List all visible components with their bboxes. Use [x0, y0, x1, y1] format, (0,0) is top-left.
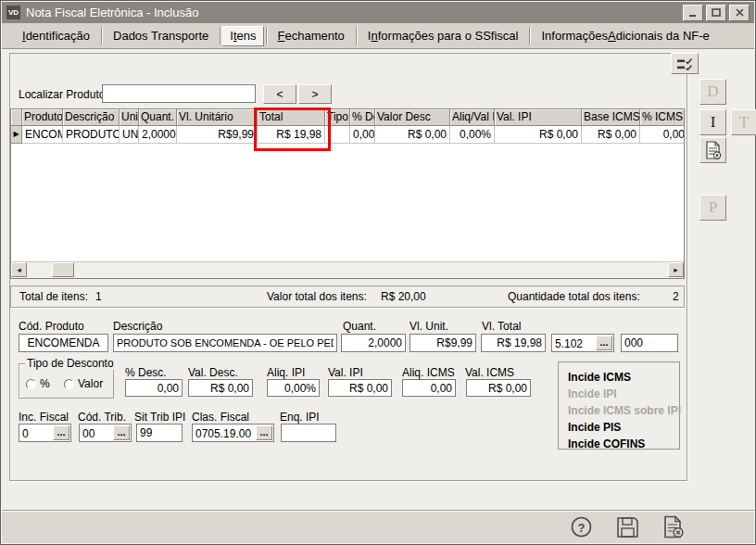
totals-bar: Total de itens: 1 Valor total dos itens:… [10, 285, 685, 308]
grid-header-unid[interactable]: Unid [120, 109, 139, 126]
grid-cell-val-ipi[interactable]: R$ 0,00 [495, 126, 582, 144]
val-ipi-input[interactable] [328, 379, 392, 397]
grid-header-val-ipi[interactable]: Val. IPI [495, 109, 582, 126]
descricao-input[interactable] [113, 334, 337, 352]
help-circle-icon: ? [571, 516, 592, 538]
mark-items-button[interactable] [671, 53, 699, 74]
desconto-valor-radio[interactable]: Valor [64, 377, 103, 390]
grid-cell-valor-desc[interactable]: R$ 0,00 [375, 126, 450, 144]
side-button-i[interactable]: I [699, 109, 726, 135]
grid-header-tipo[interactable]: Tipo [325, 109, 350, 126]
cod-trib-browse-button[interactable]: ... [113, 425, 130, 440]
cod-produto-input[interactable] [19, 334, 108, 352]
save-button[interactable] [615, 515, 639, 539]
grid-cell-base-icms[interactable]: R$ 0,00 [582, 126, 640, 144]
bottom-bar: ? [2, 510, 754, 543]
val-icms-input[interactable] [466, 379, 531, 397]
side-button-p: P [699, 195, 726, 221]
close-button[interactable] [729, 5, 750, 21]
tab-informa-es-para-o-ssfiscal[interactable]: Informações para o SSfiscal [359, 24, 528, 48]
scroll-left-button[interactable]: ◂ [11, 262, 27, 277]
tab-identifica-o[interactable]: Identificação [13, 24, 99, 48]
grid-header-total[interactable]: Total [258, 109, 325, 126]
grid-cell-unid[interactable]: UN [120, 126, 139, 144]
grid-header-row: ProdutoDescriçãoUnidQuant.Vl. UnitárioTo… [11, 109, 684, 126]
grid-cell-tipo[interactable] [325, 126, 350, 144]
val-ipi-label: Val. IPI [328, 366, 363, 379]
grid-header-de[interactable]: % De [350, 109, 375, 126]
grid-header-quant[interactable]: Quant. [139, 109, 177, 126]
grid-horizontal-scrollbar[interactable]: ◂ ▸ [11, 261, 684, 278]
tab-itens[interactable]: Itens [222, 26, 263, 46]
pct-desc-input[interactable] [125, 379, 183, 397]
help-button[interactable]: ? [569, 515, 593, 539]
incide-incide-ipi: Incide IPI [568, 386, 679, 402]
incide-incide-icms: Incide ICMS [568, 369, 679, 386]
cancel-button[interactable] [662, 515, 686, 539]
grid-header-produto[interactable]: Produto [22, 109, 63, 126]
inc-fiscal-label: Inc. Fiscal [19, 411, 69, 424]
maximize-button[interactable] [706, 5, 726, 21]
grid-cell-aliq-val-ip[interactable]: 0,00% [450, 126, 495, 144]
localizar-produto-label: Localizar Produto [19, 88, 105, 101]
grid-header-icms[interactable]: % ICMS [640, 109, 685, 126]
scrollbar-thumb[interactable] [52, 262, 74, 277]
grid-empty-area [11, 144, 684, 261]
grid-cell-quant[interactable]: 2,0000 [139, 126, 177, 144]
title-bar: VD Nota Fiscal Eletrônica - Inclusão [2, 2, 754, 23]
localizar-produto-input[interactable] [102, 84, 256, 103]
grid-cell-vl-unit-rio[interactable]: R$9,99 [177, 126, 258, 144]
quant-input[interactable] [341, 334, 406, 352]
enq-ipi-input[interactable] [281, 424, 336, 442]
items-grid: ProdutoDescriçãoUnidQuant.Vl. UnitárioTo… [10, 108, 685, 279]
clas-fiscal-browse-button[interactable]: ... [256, 425, 272, 440]
vl-total-label: Vl. Total [482, 320, 521, 333]
inc-fiscal-browse-button[interactable]: ... [53, 425, 69, 440]
codigo-extra-input[interactable] [621, 334, 678, 352]
next-item-button[interactable]: > [298, 84, 332, 104]
grid-cell-total[interactable]: R$ 19,98 [258, 126, 325, 144]
val-desc-input[interactable] [188, 379, 253, 397]
incide-panel: Incide ICMSIncide IPIIncide ICMS sobre I… [558, 361, 680, 450]
aliq-icms-input[interactable] [402, 379, 456, 397]
grid-data-row[interactable]: ▶ENCOMENDAPRODUTO SOB ENCOMENDA - OE PEL… [11, 126, 684, 144]
vl-unit-input[interactable] [410, 334, 476, 352]
grid-header-valor-desc[interactable]: Valor Desc [375, 109, 450, 126]
aliq-ipi-input[interactable] [267, 379, 320, 397]
prev-item-button[interactable]: < [263, 84, 296, 104]
vl-total-input[interactable] [481, 334, 546, 352]
grid-cell-produto[interactable]: ENCOMENDA [22, 126, 63, 144]
maximize-icon [712, 8, 721, 17]
grid-header-vl-unit-rio[interactable]: Vl. Unitário [177, 109, 258, 126]
sit-trib-ipi-label: Sit Trib IPI [134, 411, 185, 424]
minimize-icon [688, 9, 698, 17]
tab-separator [529, 27, 530, 44]
tab-dados-transporte[interactable]: Dados Transporte [104, 24, 218, 48]
grid-header-aliq-val-ip[interactable]: Aliq/Val IP [450, 109, 495, 126]
grid-header-base-icms[interactable]: Base ICMS [582, 109, 640, 126]
svg-text:?: ? [577, 521, 585, 535]
aliq-icms-label: Aliq. ICMS [402, 366, 455, 379]
incide-incide-cofins: Incide COFINS [568, 436, 679, 452]
minimize-button[interactable] [683, 5, 703, 21]
content-area: Localizar Produto < > ProdutoDescriçãoUn… [2, 49, 754, 511]
clas-fiscal-field: ... [192, 424, 274, 442]
scroll-right-button[interactable]: ▸ [668, 262, 684, 277]
tab-informa-es-adicionais-da-nf-e[interactable]: Informações Adicionais da NF-e [532, 24, 718, 48]
tab-fechamento[interactable]: Fechamento [269, 24, 354, 48]
desconto-percent-radio[interactable]: % [26, 377, 50, 390]
descricao-label: Descrição [113, 320, 162, 333]
cfop-field: ... [551, 334, 614, 352]
current-row-indicator: ▶ [11, 126, 22, 144]
tab-separator [266, 27, 267, 44]
grid-cell-icms[interactable]: 0,00 [640, 126, 685, 144]
delete-item-button[interactable] [699, 137, 726, 163]
cod-produto-label: Cód. Produto [19, 320, 84, 333]
total-itens-value: 1 [95, 290, 102, 303]
cfop-browse-button[interactable]: ... [596, 336, 612, 350]
cod-trib-field: ... [79, 424, 132, 442]
grid-header-descri-o[interactable]: Descrição [63, 109, 120, 126]
sit-trib-ipi-input[interactable] [136, 424, 183, 442]
grid-cell-de[interactable]: 0,00 [350, 126, 375, 144]
grid-cell-descri-o[interactable]: PRODUTO SOB ENCOMENDA - OE PELO PEDIDO [63, 126, 120, 144]
